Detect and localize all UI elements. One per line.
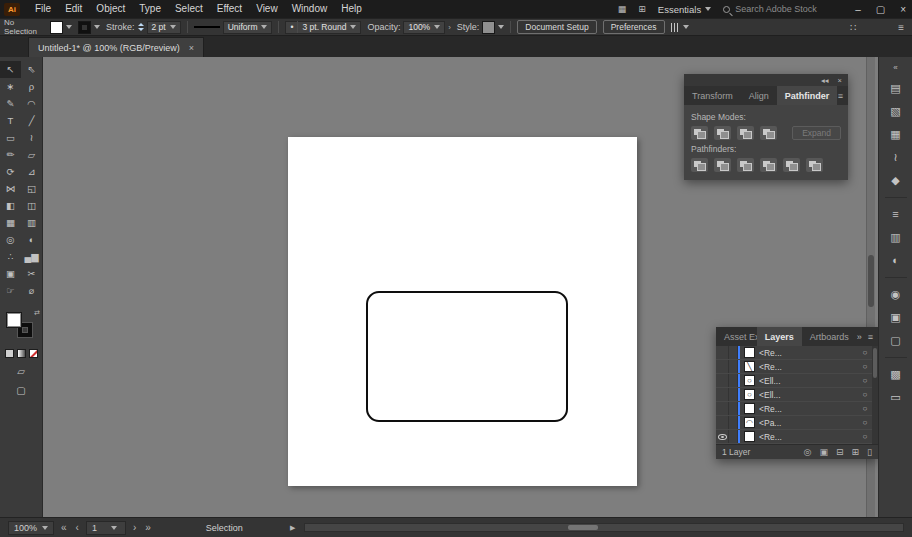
preferences-button[interactable]: Preferences xyxy=(603,20,665,34)
align-options-control[interactable] xyxy=(671,23,689,32)
mesh-tool[interactable]: ▦ xyxy=(0,214,21,231)
intersect-icon[interactable] xyxy=(737,126,754,140)
last-artboard-button[interactable]: » xyxy=(143,522,153,533)
style-swatch[interactable] xyxy=(482,21,495,34)
menu-object[interactable]: Object xyxy=(89,0,132,18)
screen-mode-icon[interactable]: ▢ xyxy=(16,386,25,396)
menu-file[interactable]: File xyxy=(28,0,58,18)
tab-close-icon[interactable]: × xyxy=(189,43,194,53)
visibility-cell[interactable] xyxy=(716,388,729,401)
visibility-cell[interactable] xyxy=(716,346,729,359)
clipping-mask-icon[interactable]: ▣ xyxy=(819,447,828,457)
layers-scrollbar[interactable] xyxy=(872,346,878,444)
menu-view[interactable]: View xyxy=(249,0,285,18)
visibility-cell[interactable] xyxy=(716,374,729,387)
stroke-color-control[interactable] xyxy=(78,21,100,34)
draw-mode-icon[interactable]: ▱ xyxy=(17,367,25,377)
layer-name[interactable]: <Ell... xyxy=(759,376,859,386)
outline-icon[interactable] xyxy=(783,158,800,172)
layer-row[interactable]: ○ <Ell... ○ xyxy=(716,374,878,388)
direct-selection-tool[interactable]: ⇖ xyxy=(21,61,42,78)
document-tab[interactable]: Untitled-1* @ 100% (RGB/Preview) × xyxy=(28,37,204,57)
column-graph-tool[interactable]: ▄▆ xyxy=(21,248,42,265)
line-segment-tool[interactable]: ╱ xyxy=(21,112,42,129)
minus-front-icon[interactable] xyxy=(714,126,731,140)
artboards-panel-icon[interactable]: ▭ xyxy=(890,391,900,404)
target-circle-icon[interactable]: ○ xyxy=(859,348,871,357)
lock-cell[interactable] xyxy=(729,402,738,415)
target-circle-icon[interactable]: ○ xyxy=(859,418,871,427)
unite-icon[interactable] xyxy=(691,126,708,140)
lasso-tool[interactable]: ρ xyxy=(21,78,42,95)
visibility-cell[interactable] xyxy=(716,416,729,429)
layer-row[interactable]: <Re... ○ xyxy=(716,430,878,444)
close-panel-icon[interactable]: × xyxy=(838,76,842,85)
width-profile-control[interactable]: Uniform xyxy=(194,21,273,34)
collapse-panel-icon[interactable]: ◂◂ xyxy=(821,76,829,85)
artboard-navigation-dropdown[interactable]: 1 xyxy=(86,521,126,535)
previous-artboard-button[interactable]: ‹ xyxy=(74,522,81,533)
eyedropper-tool[interactable]: ◎ xyxy=(0,231,21,248)
slice-tool[interactable]: ✂ xyxy=(21,265,42,282)
visibility-cell[interactable] xyxy=(716,430,729,443)
crop-icon[interactable] xyxy=(760,158,777,172)
swap-fill-stroke-icon[interactable]: ⇄ xyxy=(34,309,40,317)
divide-icon[interactable] xyxy=(691,158,708,172)
tab-layers[interactable]: Layers xyxy=(757,327,802,346)
lock-cell[interactable] xyxy=(729,430,738,443)
locate-object-icon[interactable]: ◎ xyxy=(804,447,812,457)
layers-scrollbar-thumb[interactable] xyxy=(873,348,877,378)
visibility-cell[interactable] xyxy=(716,360,729,373)
document-setup-button[interactable]: Document Setup xyxy=(517,20,596,34)
layer-name[interactable]: <Ell... xyxy=(759,390,859,400)
width-profile-dropdown[interactable]: Uniform xyxy=(223,21,273,34)
target-circle-icon[interactable]: ○ xyxy=(859,404,871,413)
opacity-flyout-icon[interactable]: › xyxy=(448,23,451,32)
tab-pathfinder[interactable]: Pathfinder xyxy=(777,86,838,105)
stepper-up-icon[interactable] xyxy=(138,23,144,26)
horizontal-scrollbar[interactable] xyxy=(304,523,904,532)
shape-builder-tool[interactable]: ◧ xyxy=(0,197,21,214)
layers-panel-icon[interactable]: ▩ xyxy=(890,368,900,381)
next-artboard-button[interactable]: › xyxy=(131,522,138,533)
tab-align[interactable]: Align xyxy=(741,86,777,105)
close-button[interactable]: × xyxy=(900,4,906,15)
status-flyout-icon[interactable]: ▶ xyxy=(290,524,295,532)
hand-tool[interactable]: ☞ xyxy=(0,282,21,299)
eraser-tool[interactable]: ▱ xyxy=(21,146,42,163)
stroke-weight-dropdown[interactable]: 2 pt xyxy=(147,21,181,34)
layer-name[interactable]: <Re... xyxy=(759,404,859,414)
stepper-down-icon[interactable] xyxy=(138,28,144,31)
libraries-panel-icon[interactable]: ▢ xyxy=(890,334,900,347)
target-circle-icon[interactable]: ○ xyxy=(859,390,871,399)
target-circle-icon[interactable]: ○ xyxy=(859,432,871,441)
tab-transform[interactable]: Transform xyxy=(684,86,741,105)
type-tool[interactable]: T xyxy=(0,112,21,129)
stroke-weight-stepper[interactable] xyxy=(138,23,144,31)
expand-button[interactable]: Expand xyxy=(792,126,841,140)
layer-row[interactable]: ○ <Ell... ○ xyxy=(716,388,878,402)
gradient-button[interactable] xyxy=(17,349,26,358)
stroke-panel-icon[interactable]: ≡ xyxy=(892,208,898,221)
layer-row[interactable]: ◠ <Pa... ○ xyxy=(716,416,878,430)
stroke-swatch[interactable] xyxy=(78,21,91,34)
magic-wand-tool[interactable]: ∗ xyxy=(0,78,21,95)
lock-cell[interactable] xyxy=(729,416,738,429)
tab-artboards[interactable]: Artboards xyxy=(802,327,857,346)
fill-color-box[interactable] xyxy=(6,312,22,328)
delete-icon[interactable]: ▯ xyxy=(867,447,872,457)
fill-swatch[interactable] xyxy=(50,21,63,34)
panel-flyout-menu-icon[interactable]: ≡ xyxy=(838,91,843,101)
opacity-dropdown[interactable]: 100% xyxy=(403,21,445,34)
lock-cell[interactable] xyxy=(729,374,738,387)
fill-color-control[interactable] xyxy=(50,21,72,34)
layer-row[interactable]: <Re... ○ xyxy=(716,402,878,416)
symbol-sprayer-tool[interactable]: ∴ xyxy=(0,248,21,265)
target-circle-icon[interactable]: ○ xyxy=(859,362,871,371)
layer-name[interactable]: <Pa... xyxy=(759,418,859,428)
none-button[interactable] xyxy=(29,349,38,358)
color-panel-icon[interactable]: ▤ xyxy=(890,82,900,95)
menu-help[interactable]: Help xyxy=(334,0,369,18)
layer-row[interactable]: <Re... ○ xyxy=(716,346,878,360)
layer-name[interactable]: <Re... xyxy=(759,432,859,442)
